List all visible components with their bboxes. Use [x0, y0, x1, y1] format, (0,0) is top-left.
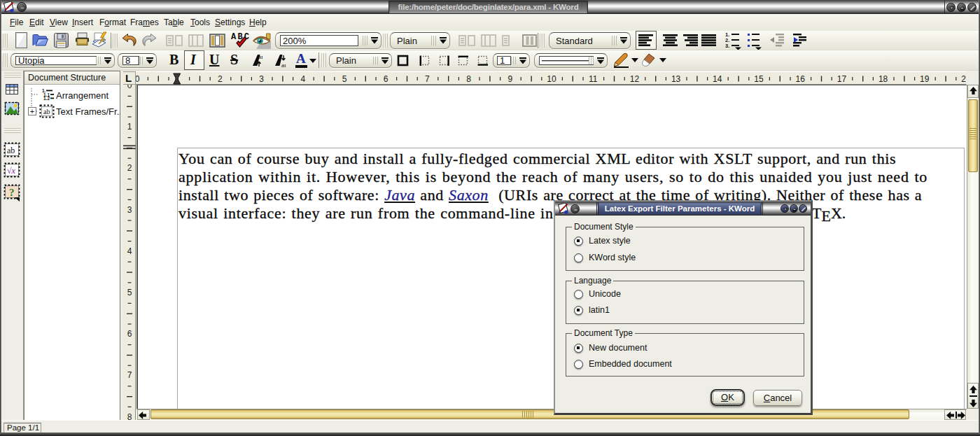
svg-text:ab: ab	[43, 108, 50, 115]
svg-text:16: 16	[796, 74, 806, 84]
svg-text:2: 2	[218, 74, 223, 84]
svg-text:9: 9	[507, 74, 512, 84]
svg-text:13: 13	[671, 74, 681, 84]
svg-text:6: 6	[384, 74, 388, 84]
svg-text:5: 5	[342, 74, 347, 84]
svg-text:3.: 3.	[725, 43, 729, 49]
svg-text:4: 4	[127, 246, 132, 256]
svg-text:8: 8	[127, 412, 132, 420]
svg-text:7: 7	[425, 74, 430, 84]
svg-text:aɪ: aɪ	[281, 62, 286, 68]
svg-text:14: 14	[713, 74, 722, 84]
svg-text:0: 0	[127, 85, 132, 90]
svg-text:0: 0	[136, 74, 140, 84]
svg-text:18: 18	[878, 74, 888, 84]
svg-text:?: ?	[9, 187, 15, 198]
svg-text:2: 2	[127, 163, 132, 173]
svg-text:20: 20	[961, 74, 966, 84]
svg-text:3: 3	[127, 205, 132, 215]
svg-text:6: 6	[127, 329, 132, 339]
svg-text:1.2: 1.2	[43, 96, 50, 101]
svg-text:7: 7	[127, 370, 132, 380]
svg-text:√x: √x	[7, 166, 16, 176]
svg-text:12: 12	[630, 74, 640, 84]
svg-text:8: 8	[466, 74, 471, 84]
svg-text:ABC: ABC	[231, 32, 249, 42]
svg-text:5: 5	[127, 288, 132, 297]
svg-text:15: 15	[754, 74, 764, 84]
svg-text:17: 17	[837, 74, 847, 84]
svg-text:19: 19	[920, 74, 930, 84]
svg-text:11: 11	[589, 74, 598, 84]
svg-text:aɪ: aɪ	[258, 53, 263, 60]
svg-text:10: 10	[547, 74, 556, 84]
svg-text:4: 4	[300, 74, 305, 84]
svg-text:1: 1	[127, 122, 132, 132]
svg-text:3: 3	[259, 74, 264, 84]
svg-text:ab: ab	[7, 146, 15, 155]
